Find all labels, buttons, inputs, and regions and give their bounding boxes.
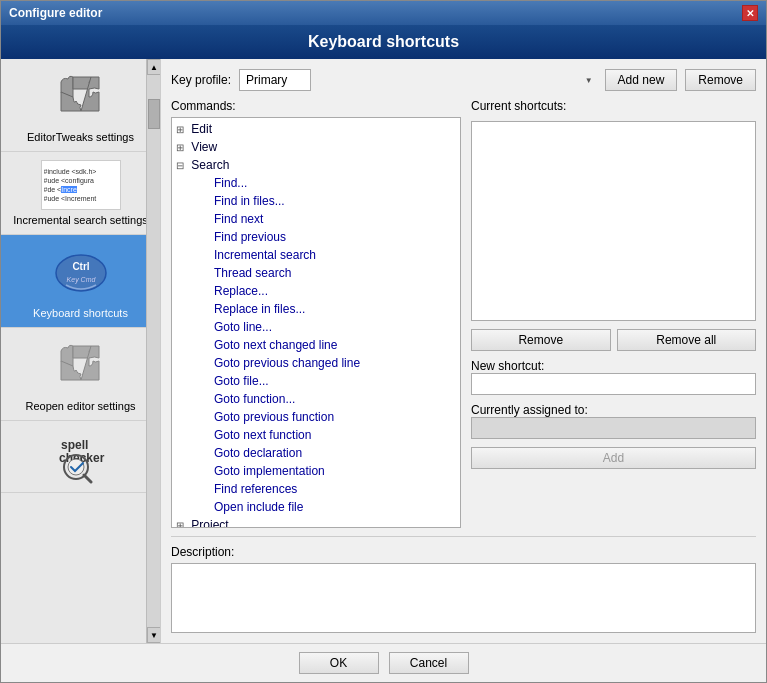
puzzle2-icon xyxy=(51,336,111,396)
title-bar-text: Configure editor xyxy=(9,6,102,20)
configure-editor-window: Configure editor ✕ Keyboard shortcuts xyxy=(0,0,767,683)
shortcuts-buttons: Remove Remove all xyxy=(471,329,756,351)
commands-tree[interactable]: ⊞ Edit ⊞ View ⊟ Search Find... Find in f… xyxy=(171,117,461,528)
description-label: Description: xyxy=(171,545,756,559)
tree-item-find-references[interactable]: Find references xyxy=(172,480,460,498)
commands-label: Commands: xyxy=(171,99,461,113)
tree-item-find-next[interactable]: Find next xyxy=(172,210,460,228)
svg-text:spell: spell xyxy=(61,438,88,452)
tree-item-replace[interactable]: Replace... xyxy=(172,282,460,300)
commands-shortcuts-row: Commands: ⊞ Edit ⊞ View ⊟ Search xyxy=(171,99,756,528)
tree-item-project[interactable]: ⊞ Project xyxy=(172,516,460,528)
spell-checker-icon: spell checker xyxy=(51,429,111,484)
tree-item-goto-next-changed[interactable]: Goto next changed line xyxy=(172,336,460,354)
tree-item-goto-prev-function[interactable]: Goto previous function xyxy=(172,408,460,426)
new-shortcut-section: New shortcut: xyxy=(471,359,756,395)
sidebar-scrollbar-thumb[interactable] xyxy=(148,99,160,129)
incremental-search-icon: #include <sdk.h> #ude <configura #de <In… xyxy=(41,160,121,210)
tree-item-goto-line[interactable]: Goto line... xyxy=(172,318,460,336)
bottom-bar: OK Cancel xyxy=(1,643,766,682)
key-profile-select[interactable]: Primary Secondary Custom xyxy=(239,69,311,91)
puzzle-icon xyxy=(51,67,111,127)
ok-button[interactable]: OK xyxy=(299,652,379,674)
sidebar-item-label-keyboard-shortcuts: Keyboard shortcuts xyxy=(33,307,128,319)
description-section: Description: xyxy=(171,536,756,633)
header-title: Keyboard shortcuts xyxy=(308,33,459,50)
key-profile-select-wrapper: Primary Secondary Custom xyxy=(239,69,597,91)
assigned-to-field xyxy=(471,417,756,439)
current-shortcuts-label: Current shortcuts: xyxy=(471,99,756,113)
close-button[interactable]: ✕ xyxy=(742,5,758,21)
sidebar: EditorTweaks settings #include <sdk.h> #… xyxy=(1,59,161,643)
tree-item-find[interactable]: Find... xyxy=(172,174,460,192)
remove-profile-button[interactable]: Remove xyxy=(685,69,756,91)
tree-item-goto-declaration[interactable]: Goto declaration xyxy=(172,444,460,462)
sidebar-item-label-editor-tweaks: EditorTweaks settings xyxy=(27,131,134,143)
new-shortcut-label: New shortcut: xyxy=(471,359,756,373)
right-panel: Key profile: Primary Secondary Custom Ad… xyxy=(161,59,766,643)
shortcuts-panel: Current shortcuts: Remove Remove all New… xyxy=(471,99,756,528)
assigned-to-label: Currently assigned to: xyxy=(471,403,756,417)
main-content: EditorTweaks settings #include <sdk.h> #… xyxy=(1,59,766,643)
sidebar-scroll-down[interactable]: ▼ xyxy=(147,627,161,643)
new-shortcut-input[interactable] xyxy=(471,373,756,395)
key-profile-label: Key profile: xyxy=(171,73,231,87)
tree-item-goto-file[interactable]: Goto file... xyxy=(172,372,460,390)
sidebar-item-editor-tweaks[interactable]: EditorTweaks settings xyxy=(1,59,160,152)
add-new-button[interactable]: Add new xyxy=(605,69,678,91)
sidebar-inner: EditorTweaks settings #include <sdk.h> #… xyxy=(1,59,160,503)
sidebar-item-reopen-editor[interactable]: Reopen editor settings xyxy=(1,328,160,421)
description-box xyxy=(171,563,756,633)
sidebar-item-incremental-search[interactable]: #include <sdk.h> #ude <configura #de <In… xyxy=(1,152,160,235)
tree-item-search[interactable]: ⊟ Search xyxy=(172,156,460,174)
ctrl-icon: Ctrl Key Cmd xyxy=(51,243,111,303)
remove-shortcut-button[interactable]: Remove xyxy=(471,329,611,351)
tree-item-find-in-files[interactable]: Find in files... xyxy=(172,192,460,210)
sidebar-scrollbar[interactable]: ▲ ▼ xyxy=(146,59,160,643)
sidebar-item-label-incremental: Incremental search settings xyxy=(13,214,148,226)
tree-item-open-include-file[interactable]: Open include file xyxy=(172,498,460,516)
assigned-to-section: Currently assigned to: xyxy=(471,403,756,439)
add-button[interactable]: Add xyxy=(471,447,756,469)
tree-item-find-previous[interactable]: Find previous xyxy=(172,228,460,246)
svg-text:Key Cmd: Key Cmd xyxy=(66,276,96,284)
title-bar: Configure editor ✕ xyxy=(1,1,766,25)
svg-line-7 xyxy=(84,475,91,482)
tree-item-goto-prev-changed[interactable]: Goto previous changed line xyxy=(172,354,460,372)
tree-item-replace-in-files[interactable]: Replace in files... xyxy=(172,300,460,318)
sidebar-item-spell-checker[interactable]: spell checker xyxy=(1,421,160,493)
key-profile-row: Key profile: Primary Secondary Custom Ad… xyxy=(171,69,756,91)
remove-all-button[interactable]: Remove all xyxy=(617,329,757,351)
tree-item-goto-next-function[interactable]: Goto next function xyxy=(172,426,460,444)
tree-item-edit[interactable]: ⊞ Edit xyxy=(172,120,460,138)
tree-item-goto-implementation[interactable]: Goto implementation xyxy=(172,462,460,480)
dialog-header: Keyboard shortcuts xyxy=(1,25,766,59)
tree-item-goto-function[interactable]: Goto function... xyxy=(172,390,460,408)
commands-panel: Commands: ⊞ Edit ⊞ View ⊟ Search xyxy=(171,99,461,528)
tree-item-incremental-search[interactable]: Incremental search xyxy=(172,246,460,264)
tree-item-thread-search[interactable]: Thread search xyxy=(172,264,460,282)
sidebar-item-keyboard-shortcuts[interactable]: Ctrl Key Cmd Keyboard shortcuts xyxy=(1,235,160,328)
cancel-button[interactable]: Cancel xyxy=(389,652,469,674)
svg-text:Ctrl: Ctrl xyxy=(72,261,89,272)
shortcuts-list-box[interactable] xyxy=(471,121,756,321)
sidebar-item-label-reopen: Reopen editor settings xyxy=(25,400,135,412)
tree-item-view[interactable]: ⊞ View xyxy=(172,138,460,156)
